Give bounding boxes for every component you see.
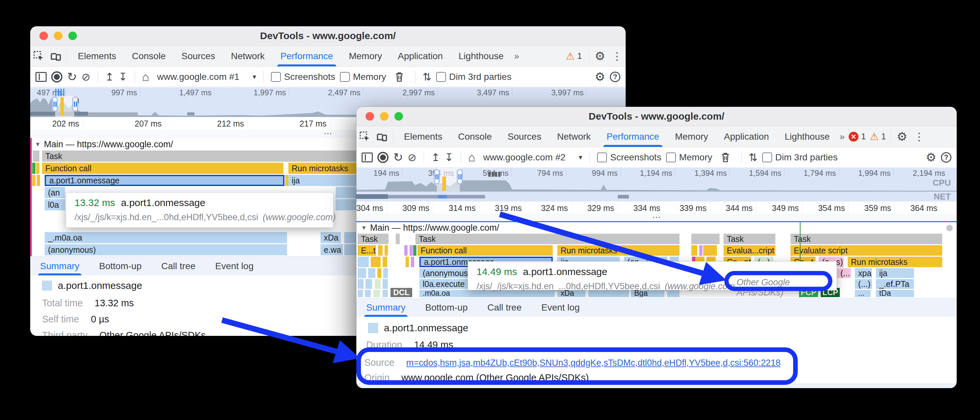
- overview-selection[interactable]: [437, 168, 460, 192]
- overview-selection[interactable]: [55, 96, 74, 117]
- target-select[interactable]: www.google.com #1 ▾: [157, 72, 256, 82]
- selection-handle-left[interactable]: [52, 97, 58, 112]
- selection-handle-right[interactable]: [457, 169, 463, 184]
- flame-bar-task[interactable]: Task: [791, 234, 943, 244]
- flame-bar[interactable]: [413, 245, 417, 256]
- tab-memory[interactable]: Memory: [667, 126, 716, 147]
- flame-bar[interactable]: [358, 279, 364, 289]
- tab-memory[interactable]: Memory: [341, 46, 390, 66]
- more-tabs-icon[interactable]: »: [840, 132, 845, 141]
- flame-bar[interactable]: [377, 268, 382, 278]
- download-icon[interactable]: ↧: [445, 152, 453, 163]
- flame-bar[interactable]: [383, 268, 388, 278]
- flame-bar[interactable]: [404, 245, 408, 256]
- collect-garbage-icon[interactable]: [717, 150, 734, 165]
- main-thread-header[interactable]: ▼ Main — https://www.google.com/: [361, 223, 499, 233]
- kebab-menu-icon[interactable]: ⋮: [911, 129, 928, 145]
- perf-settings-gear-icon[interactable]: ⚙: [926, 152, 936, 163]
- tab-performance[interactable]: Performance: [273, 46, 341, 66]
- flame-bar-function-call[interactable]: Function call: [42, 163, 284, 174]
- tab-event-log[interactable]: Event log: [215, 257, 253, 275]
- flame-bar-task[interactable]: Task: [724, 234, 776, 244]
- device-toolbar-icon[interactable]: [374, 129, 390, 145]
- flame-bar[interactable]: [32, 175, 36, 186]
- flame-bar[interactable]: Evalua...cript: [724, 245, 776, 256]
- flame-bar[interactable]: ija: [876, 268, 915, 278]
- flame-bar-run-microtasks[interactable]: Run microtasks: [557, 245, 680, 256]
- flame-bar[interactable]: Evaluate script: [791, 245, 943, 256]
- toggle-sidebar-icon[interactable]: [361, 152, 373, 162]
- flame-bar[interactable]: (anonymous): [45, 244, 288, 256]
- flame-bar[interactable]: l0a: [45, 199, 66, 210]
- window2-network-overview[interactable]: NET: [356, 192, 957, 201]
- settings-gear-icon[interactable]: ⚙: [592, 48, 609, 64]
- kebab-menu-icon[interactable]: ⋮: [609, 48, 626, 64]
- record-button[interactable]: [51, 71, 62, 83]
- reload-icon[interactable]: ↻: [393, 152, 403, 163]
- flame-bar[interactable]: e.wa: [321, 244, 344, 256]
- flame-bar[interactable]: [366, 279, 373, 289]
- tab-console[interactable]: Console: [124, 46, 174, 66]
- tab-sources[interactable]: Sources: [173, 46, 223, 66]
- download-icon[interactable]: ↧: [119, 72, 127, 82]
- flame-bar[interactable]: [365, 290, 371, 297]
- tab-elements[interactable]: Elements: [396, 126, 450, 147]
- flame-bar[interactable]: [368, 268, 376, 278]
- tab-event-log[interactable]: Event log: [541, 299, 580, 317]
- flame-bar[interactable]: [406, 257, 409, 267]
- flame-bar-run-microtasks[interactable]: Run microtasks: [848, 257, 943, 267]
- target-select[interactable]: www.google.com #2 ▾: [483, 152, 582, 163]
- flame-bar[interactable]: (an: [45, 187, 66, 198]
- flame-bar[interactable]: [36, 163, 40, 174]
- tab-lighthouse[interactable]: Lighthouse: [777, 126, 837, 147]
- flame-bar[interactable]: [358, 268, 367, 278]
- dim-3rd-parties-checkbox[interactable]: Dim 3rd parties: [436, 72, 512, 82]
- screenshots-checkbox[interactable]: Screenshots: [271, 72, 335, 82]
- memory-checkbox[interactable]: Memory: [666, 152, 712, 163]
- flame-bar[interactable]: _.m0a.oa: [45, 232, 288, 243]
- flame-bar[interactable]: (...: [837, 268, 851, 278]
- error-badge[interactable]: ✕ 1: [849, 131, 866, 142]
- tab-elements[interactable]: Elements: [70, 46, 124, 66]
- tab-bottom-up[interactable]: Bottom-up: [425, 299, 468, 317]
- scrollbar-thumb[interactable]: [946, 225, 953, 232]
- tab-sources[interactable]: Sources: [500, 126, 549, 147]
- dim-3rd-parties-checkbox[interactable]: Dim 3rd parties: [762, 152, 838, 163]
- flame-bar[interactable]: [375, 279, 381, 289]
- flame-bar[interactable]: [383, 257, 388, 267]
- window2-flame-chart[interactable]: ▼ Main — https://www.google.com/ Task Ta…: [356, 222, 957, 297]
- main-thread-header[interactable]: ▼ Main — https://www.google.com/: [35, 139, 173, 150]
- tab-lighthouse[interactable]: Lighthouse: [450, 46, 511, 66]
- source-link[interactable]: m=cdos,hsm,jsa,mb4ZUb,cEt90b,SNUn3,qddgK…: [406, 358, 781, 368]
- flame-bar[interactable]: [378, 245, 383, 256]
- perf-settings-gear-icon[interactable]: ⚙: [595, 71, 605, 83]
- flame-bar[interactable]: [383, 290, 388, 297]
- flame-bar[interactable]: [691, 234, 720, 244]
- close-button[interactable]: [40, 32, 48, 40]
- tab-bottom-up[interactable]: Bottom-up: [99, 257, 142, 275]
- flame-bar-task[interactable]: Task: [358, 234, 389, 244]
- help-icon[interactable]: ?: [941, 152, 951, 163]
- screenshots-checkbox[interactable]: Screenshots: [597, 152, 662, 163]
- reload-icon[interactable]: ↻: [67, 71, 77, 83]
- zoom-button[interactable]: [395, 112, 403, 121]
- flame-bar[interactable]: [691, 245, 698, 256]
- warning-badge[interactable]: ⚠ 1: [566, 50, 582, 62]
- tab-call-tree[interactable]: Call tree: [161, 257, 196, 275]
- flame-bar[interactable]: [374, 290, 381, 297]
- flame-bar[interactable]: [32, 163, 36, 174]
- settings-gear-icon[interactable]: ⚙: [894, 129, 911, 145]
- flame-bar[interactable]: [371, 257, 381, 267]
- more-tabs-icon[interactable]: »: [514, 52, 519, 61]
- home-icon[interactable]: ⌂: [142, 71, 150, 83]
- flame-bar[interactable]: [33, 150, 40, 162]
- toggle-sidebar-icon[interactable]: [35, 72, 47, 82]
- tab-network[interactable]: Network: [223, 46, 273, 66]
- window2-timeline-overview[interactable]: 194 ms394 ms594 ms794 ms994 ms1,194 ms1,…: [356, 168, 957, 192]
- home-icon[interactable]: ⌂: [468, 152, 476, 163]
- tab-summary[interactable]: Summary: [40, 257, 80, 275]
- zoom-button[interactable]: [68, 32, 77, 40]
- record-button[interactable]: [377, 152, 388, 163]
- flame-bar[interactable]: [411, 257, 415, 267]
- flame-bar[interactable]: E...t: [358, 245, 377, 256]
